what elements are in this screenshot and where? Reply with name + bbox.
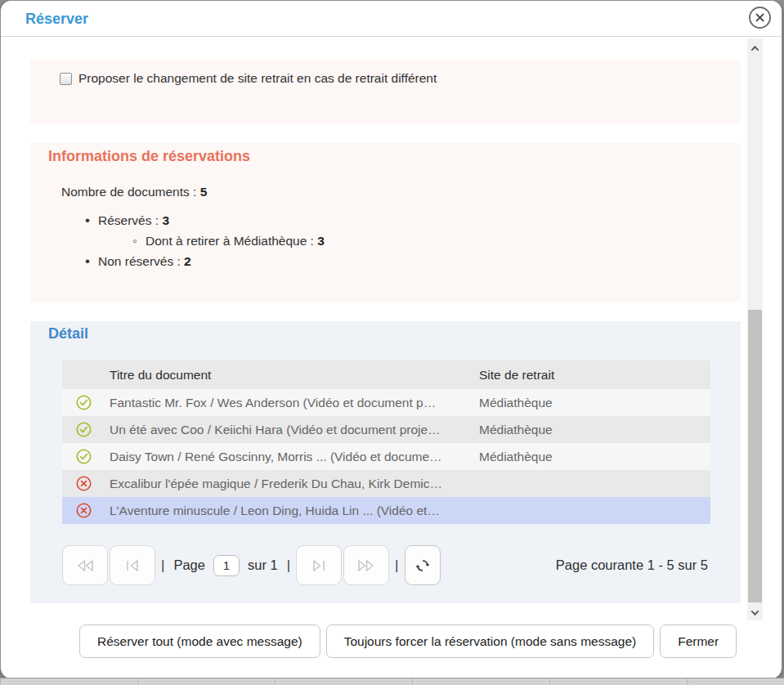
- pickup-site: Médiathèque: [479, 443, 710, 470]
- page-range-status: Page courante 1 - 5 sur 5: [556, 557, 708, 573]
- document-count-label: Nombre de documents :: [61, 185, 196, 199]
- scrollbar-track[interactable]: [747, 38, 763, 620]
- page-label: Page: [173, 557, 205, 573]
- document-count: Nombre de documents : 5: [61, 185, 741, 199]
- site-column-header: Site de retrait: [479, 360, 710, 389]
- document-count-value: 5: [200, 185, 208, 199]
- force-reservation-button[interactable]: Toujours forcer la réservation (mode san…: [326, 625, 655, 658]
- previous-page-button[interactable]: [110, 545, 155, 585]
- step-backward-icon: [124, 558, 141, 573]
- page-number-input[interactable]: [213, 555, 240, 576]
- refresh-icon: [414, 557, 431, 574]
- info-list-item: Réservés : 3: [85, 210, 741, 231]
- scroll-up-arrow[interactable]: [747, 42, 763, 55]
- pickup-site: Médiathèque: [479, 416, 710, 443]
- pickup-site: [479, 497, 710, 524]
- document-title: Fantastic Mr. Fox / Wes Anderson (Vidéo …: [110, 389, 479, 416]
- dialog-scroll-content: Proposer le changement de site retrait e…: [1, 38, 782, 620]
- chevron-up-icon: [751, 45, 759, 53]
- dialog-footer: Réserver tout (mode avec message) Toujou…: [1, 625, 782, 658]
- pickup-site: [479, 470, 710, 497]
- refresh-button[interactable]: [405, 545, 441, 585]
- scrollbar-thumb[interactable]: [748, 310, 762, 602]
- site-change-checkbox[interactable]: [60, 73, 72, 85]
- chevron-down-icon: [751, 607, 759, 616]
- dialog-header: Réserver: [1, 1, 782, 37]
- documents-table: Titre du document Site de retrait Fantas…: [62, 360, 710, 524]
- reservation-info-panel: Informations de réservations Nombre de d…: [30, 143, 741, 302]
- pagination-separator: |: [161, 557, 164, 574]
- close-dialog-button[interactable]: Fermer: [660, 625, 737, 658]
- table-row[interactable]: Fantastic Mr. Fox / Wes Anderson (Vidéo …: [62, 389, 710, 416]
- x-circle-icon: [76, 476, 92, 491]
- dialog-title: Réserver: [25, 11, 88, 28]
- check-circle-icon: [76, 422, 92, 437]
- info-heading: Informations de réservations: [48, 148, 741, 165]
- reserve-all-button[interactable]: Réserver tout (mode avec message): [79, 625, 320, 658]
- x-circle-icon: [76, 503, 92, 518]
- check-circle-icon: [76, 395, 92, 410]
- document-title: L'Aventure minuscule / Leon Ding, Huida …: [110, 497, 479, 524]
- close-button[interactable]: [749, 7, 771, 29]
- info-list-item: Dont à retirer à Médiathèque : 3: [132, 231, 741, 251]
- table-row[interactable]: Daisy Town / René Goscinny, Morris ... (…: [62, 443, 710, 470]
- background-page-strip: [0, 678, 784, 685]
- next-page-button[interactable]: [296, 545, 342, 585]
- reservation-dialog: Réserver Proposer le changement de site …: [0, 0, 782, 679]
- pickup-site: Médiathèque: [479, 389, 710, 416]
- pagination-bar: | Page sur 1 |: [62, 545, 710, 585]
- scroll-down-arrow[interactable]: [747, 606, 763, 619]
- title-column-header: Titre du document: [110, 360, 479, 389]
- table-row[interactable]: Un été avec Coo / Keiichi Hara (Vidéo et…: [62, 416, 710, 443]
- page-of-label: sur 1: [248, 557, 278, 573]
- document-title: Daisy Town / René Goscinny, Morris ... (…: [110, 443, 479, 470]
- document-title: Excalibur l'épée magique / Frederik Du C…: [110, 470, 479, 497]
- last-page-button[interactable]: [343, 545, 389, 585]
- step-forward-icon: [311, 558, 327, 573]
- close-icon: [755, 12, 765, 23]
- info-list: Réservés : 3 Dont à retirer à Médiathèqu…: [85, 210, 741, 271]
- table-header-row: Titre du document Site de retrait: [62, 360, 710, 389]
- fast-backward-icon: [75, 558, 95, 573]
- pagination-separator: |: [287, 557, 290, 574]
- first-page-button[interactable]: [62, 545, 108, 585]
- pagination-separator: |: [395, 557, 398, 574]
- status-column-header: [62, 360, 110, 389]
- options-panel: Proposer le changement de site retrait e…: [30, 60, 741, 123]
- check-circle-icon: [76, 449, 92, 464]
- document-title: Un été avec Coo / Keiichi Hara (Vidéo et…: [110, 416, 479, 443]
- info-list-item: Non réservés : 2: [85, 251, 741, 271]
- detail-heading: Détail: [48, 325, 741, 342]
- site-change-checkbox-label: Proposer le changement de site retrait e…: [78, 71, 437, 86]
- table-row[interactable]: L'Aventure minuscule / Leon Ding, Huida …: [62, 497, 710, 524]
- detail-panel: Détail Titre du document Site de retrait…: [30, 321, 741, 603]
- table-row[interactable]: Excalibur l'épée magique / Frederik Du C…: [62, 470, 710, 497]
- fast-forward-icon: [356, 558, 376, 573]
